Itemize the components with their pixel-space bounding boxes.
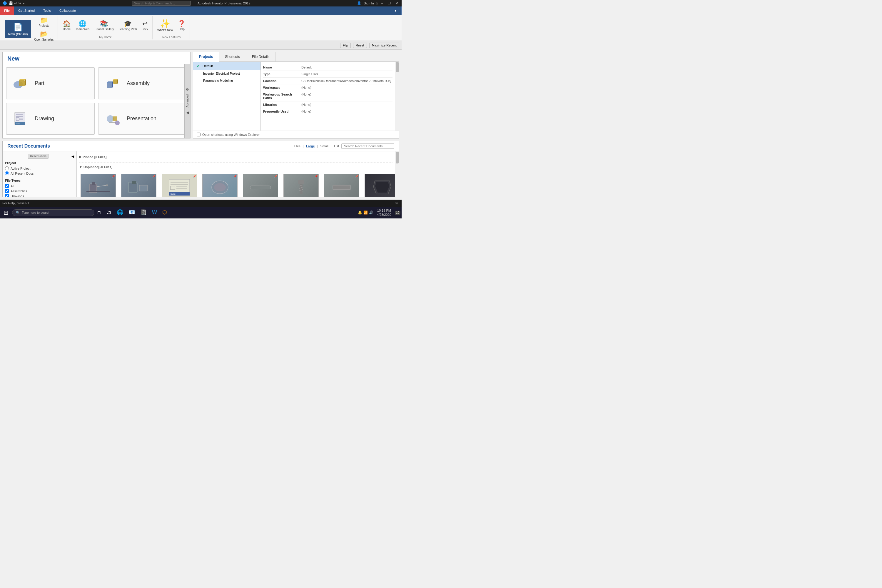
file-tile-5[interactable]: 📌 Screw.ipt [282,172,320,197]
new-assembly-tile[interactable]: Assembly [98,68,187,99]
notification-count[interactable]: 10 [395,211,400,214]
system-clock[interactable]: 10:18 PM 4/28/2020 [375,208,394,217]
file-tile-0[interactable]: 📌 Vice assembly.ipn [79,172,117,197]
quick-access-redo[interactable]: ↪ [18,1,21,5]
detail-libraries-value: (None) [302,103,393,106]
tab-shortcuts[interactable]: Shortcuts [219,52,246,62]
project-item-electrical[interactable]: Inventor Electrical Project [193,70,261,77]
task-view-btn[interactable]: ⊡ [96,209,103,216]
file-tile-1[interactable]: 📌 Vice assembly.iam [120,172,158,197]
quick-access-save[interactable]: 💾 [9,1,13,5]
project-item-default[interactable]: ✔ Default [193,62,261,70]
taskbar-word[interactable]: W [150,207,159,218]
projects-scrollbar[interactable] [395,62,399,130]
quick-access-undo[interactable]: ↩ [14,1,17,5]
active-project-radio[interactable]: Active Project [5,166,74,170]
home-label: Home [63,28,71,31]
back-btn[interactable]: ↩ Back [140,20,150,32]
filter-drawings-input[interactable] [5,194,9,197]
tab-extra[interactable]: ▼ [390,6,402,15]
taskbar-mail[interactable]: 📧 [126,207,137,218]
taskbar-sound-icon[interactable]: 🔊 [369,210,374,214]
view-list-btn[interactable]: List [334,144,339,148]
minimize-btn[interactable]: − [380,2,384,5]
pinned-header[interactable]: ▶ Pinned [0 Files] [79,154,393,160]
open-samples-btn[interactable]: 📂 Open Samples [32,30,55,42]
taskbar-onenote[interactable]: 📓 [138,207,149,218]
view-tiles-btn[interactable]: Tiles [294,144,300,148]
unpinned-header[interactable]: ▼ Unpinned[50 Files] [79,164,393,170]
team-web-btn[interactable]: 🌐 Team Web [74,20,91,32]
view-small-btn[interactable]: Small [321,144,329,148]
notification-icon[interactable]: 🔔 [358,210,362,214]
svg-rect-7 [113,80,117,84]
new-drawing-tile[interactable]: DWG Drawing [6,103,94,135]
taskbar-network-icon[interactable]: 📶 [363,210,368,214]
project-item-parametric[interactable]: Parametric-Modeling [193,77,261,84]
filter-drawings[interactable]: Drawings [5,194,74,197]
tutorial-icon: 📚 [100,21,108,27]
home-btn[interactable]: 🏠 Home [61,20,72,32]
quick-access-more[interactable]: ▼ [22,2,25,5]
tutorial-btn[interactable]: 📚 Tutorial Gallery [92,20,116,32]
windows-start-btn[interactable]: ⊞ [1,208,11,217]
taskbar-chrome[interactable]: 🌐 [114,207,126,218]
info-icon[interactable]: ℹ [376,1,378,5]
app-title: Autodesk Inventor Professional 2019 [198,2,250,5]
tab-file-details[interactable]: File Details [246,52,276,62]
tab-get-started[interactable]: Get Started [14,6,39,15]
new-part-tile[interactable]: Part [6,68,94,99]
help-search-input[interactable] [132,1,191,6]
tab-projects[interactable]: Projects [193,52,219,62]
view-large-btn[interactable]: Large [306,144,315,148]
restore-btn[interactable]: ❐ [387,2,392,5]
reset-btn[interactable]: Reset [353,43,367,48]
reset-filters-btn[interactable]: Reset Filters [28,154,48,159]
all-recent-radio[interactable]: All Recent Docs [5,171,74,175]
file-thumb-0: 📌 [81,174,116,197]
active-project-input[interactable] [5,166,9,170]
part-icon [12,74,30,92]
filter-all-label: All [10,184,14,188]
file-tile-2[interactable]: DWG 📌 VIce Pr [160,172,198,197]
recent-search-input[interactable] [341,144,394,149]
clock-time: 10:18 PM [377,208,392,213]
svg-rect-4 [107,82,112,88]
advanced-sidebar[interactable]: ⚙ Advanced ◀ [184,64,190,138]
tab-tools[interactable]: Tools [39,6,55,15]
taskbar-apps: 🗂 🌐 📧 📓 W ⬡ [104,207,170,218]
flip-btn[interactable]: Flip [340,43,351,48]
sign-in-btn[interactable]: Sign In [364,2,374,5]
svg-marker-9 [117,79,118,84]
filter-arrow[interactable]: ◀ [72,154,74,159]
my-home-group-label: My Home [99,36,112,39]
file-tile-4[interactable]: 📌 Handle Rod.ipt [242,172,280,197]
filter-assemblies-input[interactable] [5,189,9,193]
tab-file[interactable]: File [0,6,14,15]
close-btn[interactable]: ✕ [394,2,399,5]
whats-new-btn[interactable]: ✨ What's New [156,18,175,33]
title-bar-title: Autodesk Inventor Professional 2019 [25,1,357,6]
detail-type-value: Single User [302,72,393,76]
file-tile-7[interactable]: 📌 Jaw.ipt [363,172,395,197]
tab-collaborate[interactable]: Collaborate [55,6,80,15]
file-tile-6[interactable]: 📌 Key.ipt [322,172,361,197]
detail-frequently-used: Frequently Used (None) [263,108,393,115]
new-btn[interactable]: 📄 New (Ctrl+N) [5,20,31,38]
open-shortcuts-checkbox[interactable] [196,133,201,136]
projects-btn[interactable]: 📁 Projects [32,16,55,28]
new-presentation-tile[interactable]: Presentation [98,103,187,135]
filter-all-input[interactable] [5,184,9,188]
recent-scrollbar[interactable] [395,152,399,197]
filter-assemblies[interactable]: Assemblies [5,189,74,193]
thumb-svg-1 [127,178,150,197]
filter-all[interactable]: All [5,184,74,188]
maximize-recent-btn[interactable]: Maximize Recent [369,43,399,48]
help-btn[interactable]: ❓ Help [176,20,187,32]
taskbar-file-explorer[interactable]: 🗂 [104,207,114,218]
file-tile-3[interactable]: 📌 Handle Knob.ipt [201,172,239,197]
taskbar-search[interactable]: 🔍 Type here to search [12,209,94,216]
taskbar-inventor[interactable]: ⬡ [160,207,170,218]
learning-path-btn[interactable]: 🎓 Learning Path [117,20,139,32]
all-recent-input[interactable] [5,171,9,175]
